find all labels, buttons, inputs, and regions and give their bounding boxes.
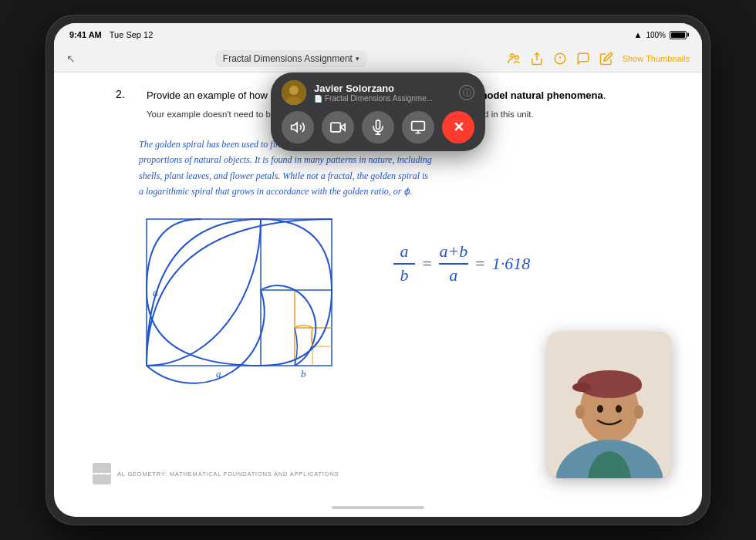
status-right: ▲ 100% — [634, 30, 687, 39]
doc-title-button[interactable]: Fractal Dimensions Assignment ▾ — [215, 50, 367, 67]
wifi-icon: ▲ — [634, 30, 643, 39]
handwritten-line-3: shells, plant leaves, and flower petals.… — [139, 168, 663, 184]
handwritten-line-2: proportions of natural objects. It is fo… — [139, 152, 663, 167]
svg-point-1 — [515, 56, 518, 59]
caller-details: Javier Solorzano 📄 Fractal Dimensions As… — [314, 83, 451, 103]
footer-text: AL GEOMETRY: MATHEMATICAL FOUNDATIONS AN… — [117, 471, 339, 478]
formula-display: a b = a+b a = 1·618 — [393, 242, 530, 284]
battery-icon — [670, 31, 687, 39]
equals-2: = — [474, 254, 486, 274]
question-number: 2. — [116, 88, 139, 132]
fraction-numerator-a: a — [400, 242, 409, 261]
facetime-caller-info: Javier Solorzano 📄 Fractal Dimensions As… — [282, 80, 474, 105]
show-thumbnails-button[interactable]: Show Thumbnails — [623, 54, 690, 63]
pencil-icon[interactable]: ↖ — [66, 52, 76, 65]
svg-text:a: a — [153, 287, 158, 299]
screen-share-button[interactable] — [402, 111, 434, 143]
svg-point-32 — [597, 405, 603, 413]
status-time: 9:41 AM — [69, 30, 102, 39]
fraction-denominator-b: b — [400, 266, 409, 285]
svg-rect-20 — [331, 123, 341, 132]
home-bar — [332, 506, 424, 509]
svg-point-17 — [289, 86, 299, 95]
ipad-screen: 9:41 AM Tue Sep 12 ▲ 100% ↖ Fractal Dime… — [54, 23, 702, 517]
doc-icon: 📄 — [314, 95, 322, 103]
svg-point-33 — [616, 405, 622, 413]
equals-1: = — [421, 254, 433, 274]
spiral-diagram: a a b — [139, 211, 370, 397]
caller-doc-name: 📄 Fractal Dimensions Assignme... — [314, 94, 451, 103]
svg-point-0 — [510, 54, 514, 58]
status-bar: 9:41 AM Tue Sep 12 ▲ 100% — [54, 23, 702, 45]
toolbar-center: Fractal Dimensions Assignment ▾ — [76, 50, 507, 67]
svg-text:b: b — [301, 368, 306, 380]
fraction-line-2 — [439, 263, 468, 265]
phi-value: 1·618 — [492, 254, 531, 274]
svg-rect-23 — [412, 122, 425, 131]
formula-area: a b = a+b a = 1·618 — [393, 211, 530, 284]
fraction-ab: a b — [393, 242, 415, 284]
facetime-pill: Javier Solorzano 📄 Fractal Dimensions As… — [271, 73, 485, 151]
facetime-info-button[interactable]: ⓘ — [459, 85, 474, 100]
comment-icon[interactable] — [576, 52, 590, 66]
mute-button[interactable] — [362, 111, 394, 143]
page-icon — [93, 463, 111, 484]
toolbar-right: Show Thumbnails — [507, 52, 690, 66]
facetime-controls: ✕ — [282, 111, 474, 143]
fraction-denominator-a: a — [449, 266, 457, 285]
camera-button[interactable] — [322, 111, 354, 143]
svg-point-31 — [572, 383, 591, 392]
end-call-button[interactable]: ✕ — [442, 111, 474, 143]
doc-title-label: Fractal Dimensions Assignment — [223, 53, 353, 64]
status-left: 9:41 AM Tue Sep 12 — [69, 30, 153, 39]
svg-point-34 — [575, 405, 585, 419]
toolbar-left: ↖ — [66, 52, 76, 65]
svg-text:a: a — [216, 368, 221, 380]
caller-avatar — [282, 80, 306, 105]
battery-percentage: 100% — [646, 31, 666, 39]
speaker-button[interactable] — [282, 111, 314, 143]
caller-name: Javier Solorzano — [314, 83, 451, 94]
fraction-aplusb-a: a+b a — [439, 242, 468, 284]
fraction-line-1 — [393, 263, 415, 265]
camera-view — [548, 332, 671, 478]
pencil-edit-icon[interactable] — [553, 52, 567, 66]
ipad-frame: 9:41 AM Tue Sep 12 ▲ 100% ↖ Fractal Dime… — [46, 15, 710, 525]
handwritten-line-4: a logarithmic spiral that grows in accor… — [139, 184, 663, 199]
share-icon[interactable] — [530, 52, 544, 66]
facetime-overlay: Javier Solorzano 📄 Fractal Dimensions As… — [271, 73, 485, 151]
edit-icon[interactable] — [599, 52, 613, 66]
fraction-numerator-aplusb: a+b — [439, 242, 467, 261]
status-date: Tue Sep 12 — [110, 30, 153, 39]
dropdown-chevron: ▾ — [356, 55, 359, 62]
toolbar: ↖ Fractal Dimensions Assignment ▾ — [54, 45, 702, 73]
collab-icon[interactable] — [507, 52, 521, 66]
svg-point-35 — [634, 405, 643, 419]
svg-rect-6 — [147, 219, 332, 366]
svg-marker-19 — [340, 124, 345, 130]
